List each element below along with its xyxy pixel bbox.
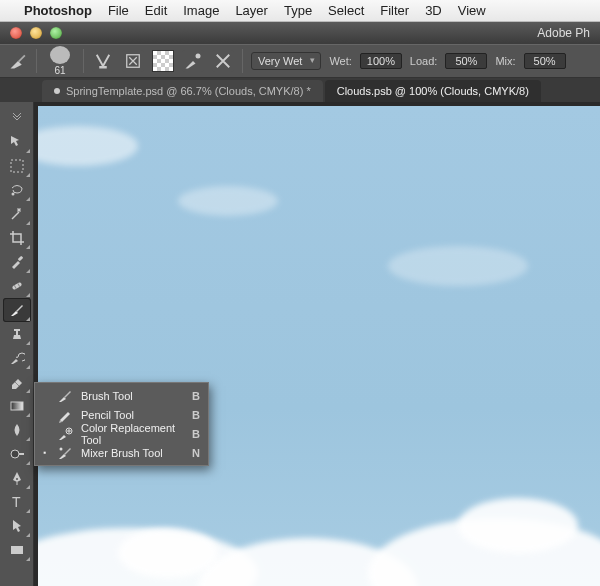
divider [83,49,84,73]
wet-preset-dropdown[interactable]: Very Wet [251,52,321,70]
svg-point-2 [196,54,201,59]
minimize-button[interactable] [30,27,42,39]
flyout-label: Pencil Tool [81,409,180,421]
brush-preview-icon [50,46,70,64]
path-selection-tool[interactable] [3,514,31,538]
unsaved-indicator-icon [54,88,60,94]
menu-filter[interactable]: Filter [380,3,409,18]
load-field[interactable]: 50% [445,53,487,69]
window-controls [10,27,62,39]
svg-rect-3 [11,160,23,172]
blur-tool[interactable] [3,418,31,442]
current-brush-load-swatch[interactable] [152,50,174,72]
crop-tool[interactable] [3,226,31,250]
svg-rect-8 [14,329,20,331]
dodge-tool[interactable] [3,442,31,466]
brush-preset-picker[interactable]: 61 [45,46,75,76]
menu-type[interactable]: Type [284,3,312,18]
tool-preset-picker[interactable] [8,51,28,71]
flyout-mixer-brush-tool[interactable]: ▪ Mixer Brush Tool N [35,443,208,462]
eyedropper-tool[interactable] [3,250,31,274]
svg-point-10 [11,450,19,458]
flyout-shortcut: B [188,428,200,440]
brush-size-value: 61 [54,65,65,76]
svg-point-16 [60,447,63,450]
mix-label: Mix: [495,55,515,67]
close-button[interactable] [10,27,22,39]
window-title: Adobe Ph [537,26,590,40]
svg-rect-11 [19,453,24,455]
load-label: Load: [410,55,438,67]
tab-label: Clouds.psb @ 100% (Clouds, CMYK/8) [337,85,529,97]
document-canvas[interactable] [38,106,600,586]
rectangle-tool[interactable] [3,538,31,562]
menu-select[interactable]: Select [328,3,364,18]
menu-image[interactable]: Image [183,3,219,18]
eraser-tool[interactable] [3,370,31,394]
wet-label: Wet: [329,55,351,67]
svg-rect-0 [99,66,107,69]
gradient-tool[interactable] [3,394,31,418]
options-bar: 61 Very Wet Wet: 100% Load: 50% Mix: 50% [0,44,600,78]
healing-brush-tool[interactable] [3,274,31,298]
history-brush-tool[interactable] [3,346,31,370]
color-replacement-icon [57,426,73,442]
load-brush-button[interactable] [92,50,114,72]
auto-clean-icon[interactable] [212,50,234,72]
flyout-shortcut: N [188,447,200,459]
divider [242,49,243,73]
svg-text:T: T [12,494,21,510]
app-window: Adobe Ph 61 Very Wet Wet: 100% Load: 50% [0,22,600,586]
clone-stamp-tool[interactable] [3,322,31,346]
brush-tool-flyout: Brush Tool B Pencil Tool B Color Replace… [34,382,209,466]
flyout-label: Color Replacement Tool [81,422,180,446]
flyout-label: Mixer Brush Tool [81,447,180,459]
svg-rect-5 [17,256,23,262]
zoom-button[interactable] [50,27,62,39]
clean-brush-button[interactable] [122,50,144,72]
pencil-icon [57,407,73,423]
marquee-tool[interactable] [3,154,31,178]
auto-load-icon[interactable] [182,50,204,72]
magic-wand-tool[interactable] [3,202,31,226]
preset-label: Very Wet [258,55,302,67]
titlebar: Adobe Ph [0,22,600,44]
tab-label: SpringTemplate.psd @ 66.7% (Clouds, CMYK… [66,85,311,97]
expand-toolbar-icon[interactable] [3,106,31,130]
tab-springtemplate[interactable]: SpringTemplate.psd @ 66.7% (Clouds, CMYK… [42,80,323,102]
lasso-tool[interactable] [3,178,31,202]
svg-rect-14 [11,546,23,554]
tools-panel: T [0,102,34,586]
document-tabs: SpringTemplate.psd @ 66.7% (Clouds, CMYK… [0,78,600,102]
mix-field[interactable]: 50% [524,53,566,69]
mixer-brush-icon [57,445,73,461]
svg-point-4 [11,193,14,196]
menu-layer[interactable]: Layer [235,3,268,18]
flyout-color-replacement-tool[interactable]: Color Replacement Tool B [35,424,208,443]
wet-field[interactable]: 100% [360,53,402,69]
brush-icon [57,388,73,404]
mac-menubar: Photoshop File Edit Image Layer Type Sel… [0,0,600,22]
pen-tool[interactable] [3,466,31,490]
flyout-brush-tool[interactable]: Brush Tool B [35,386,208,405]
tab-clouds[interactable]: Clouds.psb @ 100% (Clouds, CMYK/8) [325,80,541,102]
flyout-shortcut: B [188,409,200,421]
svg-rect-9 [11,402,23,410]
flyout-label: Brush Tool [81,390,180,402]
svg-point-12 [16,478,18,480]
menu-edit[interactable]: Edit [145,3,167,18]
app-name[interactable]: Photoshop [24,3,92,18]
canvas-area [34,102,600,586]
divider [36,49,37,73]
move-tool[interactable] [3,130,31,154]
brush-tool[interactable] [3,298,31,322]
menu-3d[interactable]: 3D [425,3,442,18]
flyout-shortcut: B [188,390,200,402]
type-tool[interactable]: T [3,490,31,514]
check-icon: ▪ [41,448,49,457]
menu-file[interactable]: File [108,3,129,18]
menu-view[interactable]: View [458,3,486,18]
svg-rect-6 [11,282,22,290]
